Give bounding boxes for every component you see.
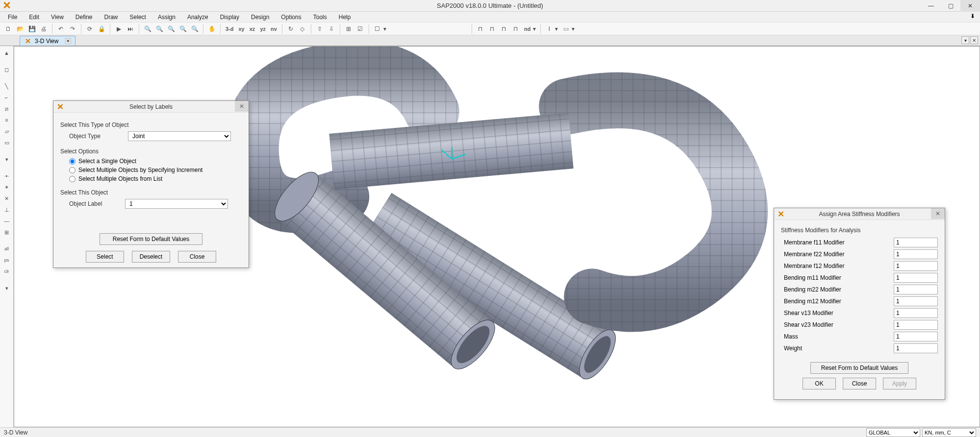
download-icon[interactable]: ⬇ [970,13,975,20]
snap-mid-icon[interactable]: ✕ [1,194,12,203]
ok-button[interactable]: OK [803,378,836,389]
minimize-button[interactable]: — [921,0,941,12]
rotate-3d-icon[interactable]: ↻ [285,24,296,34]
draw-brace-icon[interactable]: ⧄ [1,104,12,114]
object-type-select[interactable]: Joint [128,131,231,141]
i-dropdown-icon[interactable]: ▾ [553,24,559,34]
close-button-dialog[interactable]: Close [178,251,216,263]
view-xy-button[interactable]: xy [237,26,247,32]
new-icon[interactable]: 🗋 [3,24,14,34]
view-3d-button[interactable]: 3-d [224,26,236,32]
apply-button[interactable]: Apply [883,378,916,389]
draw-quick-frame-icon[interactable]: ⌐ [1,93,12,102]
save-icon[interactable]: 💾 [26,24,37,34]
draw-secondary-icon[interactable]: ≡ [1,115,12,125]
menu-select[interactable]: Select [127,13,149,22]
reset-stiffness-button[interactable]: Reset Form to Default Values [810,362,908,374]
pan-icon[interactable]: ✋ [206,24,217,34]
stiffness-input[interactable] [894,249,938,259]
tab-dropdown-icon[interactable]: ▾ [961,36,969,44]
stiffness-input[interactable] [894,343,938,353]
menu-design[interactable]: Design [248,13,272,22]
menu-view[interactable]: View [48,13,67,22]
stiffness-input[interactable] [894,261,938,271]
frame2-icon[interactable]: ⊓ [487,24,498,34]
frame4-icon[interactable]: ⊓ [510,24,521,34]
up-arrow-icon[interactable]: ⇧ [314,24,325,34]
print-icon[interactable]: 🖨 [38,24,49,34]
menu-assign[interactable]: Assign [155,13,178,22]
shrink-icon[interactable]: ⊞ [343,24,354,34]
stiffness-input[interactable] [894,285,938,294]
toolbox-dropdown-icon[interactable]: ▾ [1,283,12,293]
redo-icon[interactable]: ↷ [67,24,78,34]
draw-poly-area-icon[interactable]: ▱ [1,126,12,136]
close-stiffness-button[interactable]: Close [843,378,876,389]
units-select[interactable]: KN, mm, C [922,428,976,437]
menu-analyze[interactable]: Analyze [184,13,211,22]
stiffness-input[interactable] [894,238,938,247]
close-button[interactable]: ✕ [960,0,980,12]
menu-tools[interactable]: Tools [310,13,330,22]
tab-3d-view[interactable]: 3-D View ✕ [20,36,75,46]
stiffness-input[interactable] [894,273,938,283]
frame-icon[interactable]: ⊓ [475,24,486,34]
snap-perp-icon[interactable]: ⊥ [1,205,12,215]
snap-grid-icon[interactable]: ⊞ [1,227,12,237]
nd-dropdown-icon[interactable]: ▾ [531,24,537,34]
tab-close-icon[interactable]: ✕ [65,38,71,44]
view-xz-button[interactable]: xz [248,26,257,32]
run-step-icon[interactable]: ⏭ [125,24,136,34]
zoom-extents-icon[interactable]: 🔍 [177,24,188,34]
radio-multiple-increment[interactable] [69,167,75,173]
menu-help[interactable]: Help [336,13,354,22]
draw-frame-icon[interactable]: ╲ [1,81,12,91]
stiffness-input[interactable] [894,320,938,330]
pointer-icon[interactable]: ▲ [1,48,12,58]
select-button[interactable]: Select [86,251,124,263]
stiffness-input[interactable] [894,332,938,341]
zoom-out-icon[interactable]: 🔍 [154,24,165,34]
menu-options[interactable]: Options [278,13,304,22]
section-icon[interactable]: ▭ [560,24,571,34]
menu-define[interactable]: Define [73,13,96,22]
snap-line-icon[interactable]: — [1,216,12,226]
refresh-icon[interactable]: ⟳ [84,24,95,34]
undo-icon[interactable]: ↶ [55,24,66,34]
menu-draw[interactable]: Draw [101,13,121,22]
zoom-in-icon[interactable]: 🔍 [142,24,153,34]
coord-system-select[interactable]: GLOBAL [866,428,920,437]
radio-single-object[interactable] [69,158,75,165]
section-dropdown-icon[interactable]: ▾ [570,24,576,34]
zoom-previous-icon[interactable]: 🔍 [189,24,200,34]
reset-form-button[interactable]: Reset Form to Default Values [100,233,202,245]
stiffness-input[interactable] [894,296,938,306]
nd-button[interactable]: nd [522,26,532,32]
i-icon[interactable]: I [544,24,554,34]
named-view-icon[interactable]: ☐ [372,24,383,34]
deselect-button[interactable]: Deselect [132,251,170,263]
dialog-close-icon[interactable]: ✕ [235,101,249,112]
maximize-button[interactable]: ▢ [941,0,960,12]
menu-edit[interactable]: Edit [26,13,42,22]
draw-rect-area-icon[interactable]: ▭ [1,138,12,147]
tab-close-all-icon[interactable]: ✕ [970,36,978,44]
stiffness-input[interactable] [894,308,938,318]
snap-end-icon[interactable]: ✶ [1,182,12,192]
select-all-icon[interactable]: all [1,244,12,254]
open-icon[interactable]: 📂 [15,24,25,34]
lock-icon[interactable]: 🔒 [96,24,107,34]
view-yz-button[interactable]: yz [258,26,268,32]
menu-file[interactable]: File [5,13,20,22]
dropdown-icon[interactable]: ▾ [1,154,12,164]
zoom-window-icon[interactable]: 🔍 [166,24,176,34]
reshape-icon[interactable]: ◻ [1,65,12,74]
select-clear-icon[interactable]: clr [1,267,12,276]
frame3-icon[interactable]: ⊓ [499,24,509,34]
perspective-icon[interactable]: ◇ [297,24,308,34]
object-label-select[interactable]: 1 [125,199,228,209]
snap-point-icon[interactable]: ·•· [1,171,12,181]
named-view-dropdown-icon[interactable]: ▾ [382,24,388,34]
set-elements-icon[interactable]: ☑ [355,24,366,34]
radio-multiple-list[interactable] [69,176,75,182]
